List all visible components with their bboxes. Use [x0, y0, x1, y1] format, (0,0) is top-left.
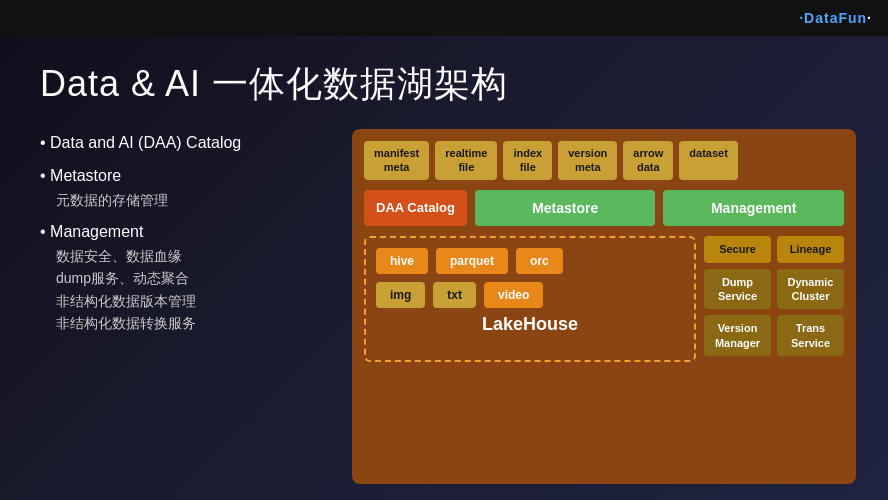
bullet-3-sub-2: dump服务、动态聚合: [40, 267, 320, 289]
logo-dot2: ·: [867, 10, 872, 26]
bullet-3-main: • Management: [40, 218, 320, 245]
lakehouse-area: hive parquet orc img txt video LakeHouse: [364, 236, 696, 361]
logo-text: DataFun: [804, 10, 867, 26]
bullet-item-2: • Metastore 元数据的存储管理: [40, 162, 320, 212]
bullet-2-sub: 元数据的存储管理: [40, 189, 320, 211]
bullet-3-sub-4: 非结构化数据转换服务: [40, 312, 320, 334]
logo: ·DataFun·: [799, 10, 872, 26]
main-body: • Data and AI (DAA) Catalog • Metastore …: [40, 129, 856, 484]
svc-version-manager: VersionManager: [704, 315, 771, 356]
lakehouse-tags-row1: hive parquet orc: [376, 248, 684, 274]
bullet-item-1: • Data and AI (DAA) Catalog: [40, 129, 320, 156]
bullet-3-sub-3: 非结构化数据版本管理: [40, 290, 320, 312]
middle-row: DAA Catalog Metastore Management: [364, 190, 844, 227]
tag-manifest-meta: manifestmeta: [364, 141, 429, 180]
tag-index-file: indexfile: [503, 141, 552, 180]
tag-version-meta: versionmeta: [558, 141, 617, 180]
bullet-1-main: • Data and AI (DAA) Catalog: [40, 129, 320, 156]
tag-img: img: [376, 282, 425, 308]
tag-parquet: parquet: [436, 248, 508, 274]
header-bar: ·DataFun·: [0, 0, 888, 36]
page-title: Data & AI 一体化数据湖架构: [40, 60, 856, 109]
svc-lineage: Lineage: [777, 236, 844, 262]
tag-video: video: [484, 282, 543, 308]
bottom-section: hive parquet orc img txt video LakeHouse…: [364, 236, 844, 361]
bullet-2-main: • Metastore: [40, 162, 320, 189]
bullets-panel: • Data and AI (DAA) Catalog • Metastore …: [40, 129, 320, 484]
tag-realtime-file: realtimefile: [435, 141, 497, 180]
tag-dataset: dataset: [679, 141, 738, 180]
bullet-3-sub-1: 数据安全、数据血缘: [40, 245, 320, 267]
bullet-item-3: • Management 数据安全、数据血缘 dump服务、动态聚合 非结构化数…: [40, 218, 320, 335]
svc-trans-service: TransService: [777, 315, 844, 356]
daa-catalog-box: DAA Catalog: [364, 190, 467, 227]
main-content: Data & AI 一体化数据湖架构 • Data and AI (DAA) C…: [0, 36, 888, 500]
tag-orc: orc: [516, 248, 563, 274]
architecture-diagram: manifestmeta realtimefile indexfile vers…: [352, 129, 856, 484]
services-area: Secure Lineage DumpService DynamicCluste…: [704, 236, 844, 361]
svc-dynamic-cluster: DynamicCluster: [777, 269, 844, 310]
tag-hive: hive: [376, 248, 428, 274]
tag-arrow-data: arrowdata: [623, 141, 673, 180]
svc-dump-service: DumpService: [704, 269, 771, 310]
top-tags-row: manifestmeta realtimefile indexfile vers…: [364, 141, 844, 180]
management-box: Management: [663, 190, 844, 227]
svc-secure: Secure: [704, 236, 771, 262]
lakehouse-tags-row2: img txt video: [376, 282, 684, 308]
metastore-box: Metastore: [475, 190, 656, 227]
tag-txt: txt: [433, 282, 476, 308]
lakehouse-label: LakeHouse: [376, 314, 684, 335]
